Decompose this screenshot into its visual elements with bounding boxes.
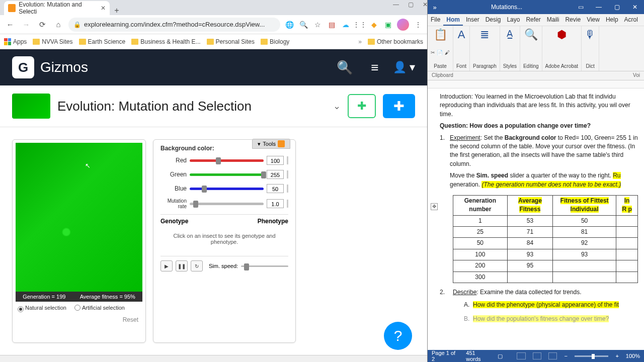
- play-button[interactable]: ▶: [160, 260, 173, 272]
- mutation-slider[interactable]: [190, 203, 264, 205]
- document-body[interactable]: Introduction: You learned in the Microev…: [428, 88, 644, 350]
- display-mode-icon[interactable]: ▭: [572, 4, 590, 11]
- ribbon-dictate[interactable]: 🎙Dict: [582, 26, 599, 71]
- bookmark-folder[interactable]: Biology: [261, 38, 289, 45]
- pdf-ext-icon[interactable]: ▤: [327, 20, 337, 30]
- word-titlebar: » Mutations... ▭ — ▢ ✕: [428, 0, 644, 14]
- bookmark-folder[interactable]: Personal Sites: [207, 38, 255, 45]
- bookmark-folder[interactable]: Earth Science: [79, 38, 126, 45]
- ribbon-paragraph[interactable]: ≣Paragraph: [470, 26, 500, 71]
- blue-value[interactable]: 50: [267, 184, 284, 193]
- red-value[interactable]: 100: [267, 156, 284, 165]
- red-slider[interactable]: [190, 159, 264, 162]
- artificial-selection-radio[interactable]: Artificial selection: [74, 305, 125, 312]
- green-value[interactable]: 255: [267, 170, 284, 179]
- bookmarks-overflow-icon[interactable]: »: [358, 38, 362, 45]
- ribbon-font[interactable]: AFont: [453, 26, 470, 71]
- word-minimize-icon[interactable]: —: [590, 4, 608, 11]
- proofing-icon[interactable]: ▢: [498, 353, 503, 359]
- ribbon-clipboard[interactable]: 📋✂📄🖌Paste: [428, 26, 453, 71]
- minimize-icon[interactable]: —: [393, 1, 399, 8]
- ribbon-styles[interactable]: A̲Styles: [500, 26, 520, 71]
- menu-acrobat[interactable]: Acrol: [621, 14, 641, 26]
- natural-selection-radio[interactable]: Natural selection: [18, 305, 66, 312]
- zoom-level[interactable]: 100%: [626, 353, 640, 359]
- word-close-icon[interactable]: ✕: [626, 4, 644, 11]
- menu-layout[interactable]: Layo: [504, 14, 523, 26]
- generation-label: Generation = 199: [23, 294, 65, 300]
- gizmos-header: G Gizmos 🔍 ≡ 👤 ▾: [0, 49, 427, 85]
- word-count[interactable]: 451 words: [466, 350, 491, 362]
- ribbon-editing[interactable]: 🔍Editing: [520, 26, 542, 71]
- user-menu[interactable]: 👤 ▾: [393, 61, 415, 74]
- mutation-value[interactable]: 1.0: [267, 199, 284, 208]
- browser-tab[interactable]: Evolution: Mutation and Selecti ✕: [4, 1, 110, 15]
- kebab-menu-icon[interactable]: ⋮: [413, 20, 423, 30]
- menu-review[interactable]: Revie: [562, 14, 584, 26]
- chevron-down-icon[interactable]: ⌄: [333, 101, 341, 112]
- gizmo-title: Evolution: Mutation and Selection: [57, 99, 326, 114]
- maximize-icon[interactable]: ▢: [408, 1, 414, 8]
- simulation-canvas[interactable]: ↖: [16, 143, 142, 292]
- address-bar[interactable]: 🔒 explorelearning.com/index.cfm?method=c…: [68, 18, 280, 32]
- lock-icon: 🔒: [73, 21, 81, 28]
- menu-mailings[interactable]: Maili: [544, 14, 562, 26]
- zoom-slider[interactable]: [575, 355, 609, 357]
- page-indicator[interactable]: Page 1 of 2: [432, 350, 459, 362]
- close-icon[interactable]: ✕: [423, 1, 428, 8]
- add-favorite-button[interactable]: ✚: [348, 94, 376, 118]
- back-button[interactable]: ←: [4, 19, 16, 31]
- data-table[interactable]: Generation number Average Fitness Fitnes…: [453, 195, 638, 283]
- menu-help[interactable]: Help: [603, 14, 621, 26]
- bookmark-folder[interactable]: NVVA Sites: [33, 38, 72, 45]
- gizmos-logo[interactable]: G: [12, 56, 34, 78]
- question-text: Question: How does a population change o…: [440, 122, 638, 130]
- puzzle-ext-icon[interactable]: ⋮⋮: [355, 20, 365, 30]
- new-tab-button[interactable]: +: [110, 6, 124, 15]
- home-button[interactable]: ⌂: [52, 19, 64, 31]
- menu-view[interactable]: View: [584, 14, 603, 26]
- expand-ribbon-icon[interactable]: »: [428, 4, 442, 11]
- forward-button[interactable]: →: [20, 19, 32, 31]
- ribbon-acrobat[interactable]: ⬢Adobe Acrobat: [542, 26, 582, 71]
- genotype-phenotype-header: Genotype Phenotype: [160, 218, 288, 225]
- menu-insert[interactable]: Inser: [463, 14, 482, 26]
- ext-icon[interactable]: ◆: [369, 20, 379, 30]
- menu-design[interactable]: Desig: [482, 14, 504, 26]
- pause-button[interactable]: ❚❚: [176, 260, 188, 272]
- fitness-label: Average fitness = 95%: [80, 294, 135, 300]
- rewind-button[interactable]: ↻: [191, 260, 203, 272]
- web-layout-icon[interactable]: [548, 352, 557, 359]
- zoom-icon[interactable]: 🔍: [298, 20, 308, 30]
- table-move-handle[interactable]: ✥: [431, 203, 438, 210]
- menu-references[interactable]: Refer: [523, 14, 543, 26]
- ruler[interactable]: [428, 80, 644, 88]
- favicon-icon: [8, 4, 16, 12]
- print-layout-icon[interactable]: [533, 352, 541, 359]
- horizontal-scrollbar[interactable]: [0, 355, 427, 362]
- speed-slider[interactable]: [241, 265, 288, 267]
- apps-shortcut[interactable]: Apps: [4, 38, 27, 45]
- bookmark-folder[interactable]: Business & Health E...: [131, 38, 200, 45]
- menu-file[interactable]: File: [428, 14, 443, 26]
- menu-home[interactable]: Hom: [443, 14, 463, 26]
- green-slider[interactable]: [190, 173, 264, 176]
- browser-toolbar: ← → ⟳ ⌂ 🔒 explorelearning.com/index.cfm?…: [0, 15, 427, 34]
- help-button[interactable]: ?: [384, 322, 412, 350]
- word-maximize-icon[interactable]: ▢: [608, 4, 626, 11]
- reset-button[interactable]: Reset: [16, 315, 142, 324]
- tab-close-icon[interactable]: ✕: [101, 5, 106, 12]
- hamburger-icon[interactable]: ≡: [363, 60, 387, 75]
- ext2-icon[interactable]: ▣: [383, 20, 393, 30]
- blue-slider[interactable]: [190, 188, 264, 190]
- translate-icon[interactable]: 🌐: [284, 20, 294, 30]
- reload-button[interactable]: ⟳: [36, 19, 48, 31]
- read-mode-icon[interactable]: [517, 352, 525, 359]
- star-icon[interactable]: ☆: [312, 20, 323, 30]
- search-icon[interactable]: 🔍: [333, 60, 357, 75]
- tools-tab[interactable]: ▾ Tools: [252, 139, 290, 149]
- profile-avatar[interactable]: [397, 19, 409, 31]
- cloud-ext-icon[interactable]: ☁: [341, 20, 351, 30]
- other-bookmarks[interactable]: Other bookmarks: [368, 38, 423, 45]
- add-class-button[interactable]: ✚: [383, 94, 415, 118]
